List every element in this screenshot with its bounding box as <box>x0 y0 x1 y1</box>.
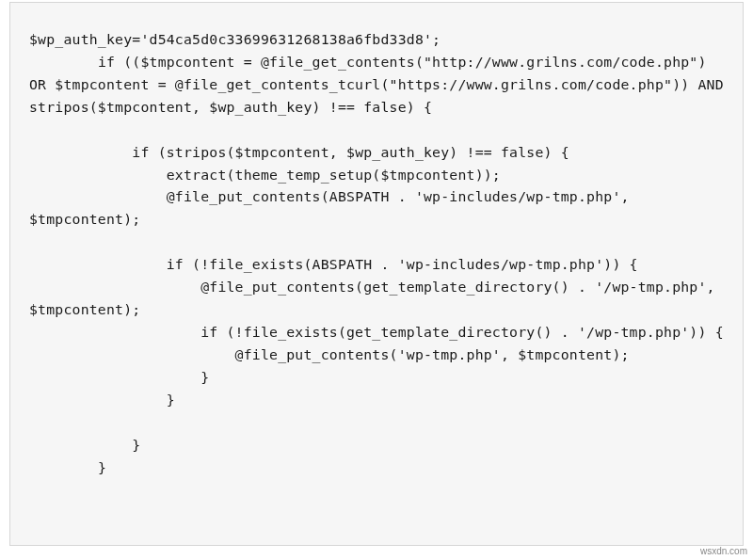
watermark: wsxdn.com <box>700 546 747 556</box>
code-content: $wp_auth_key='d54ca5d0c33699631268138a6f… <box>29 31 732 475</box>
code-block: $wp_auth_key='d54ca5d0c33699631268138a6f… <box>9 2 744 546</box>
